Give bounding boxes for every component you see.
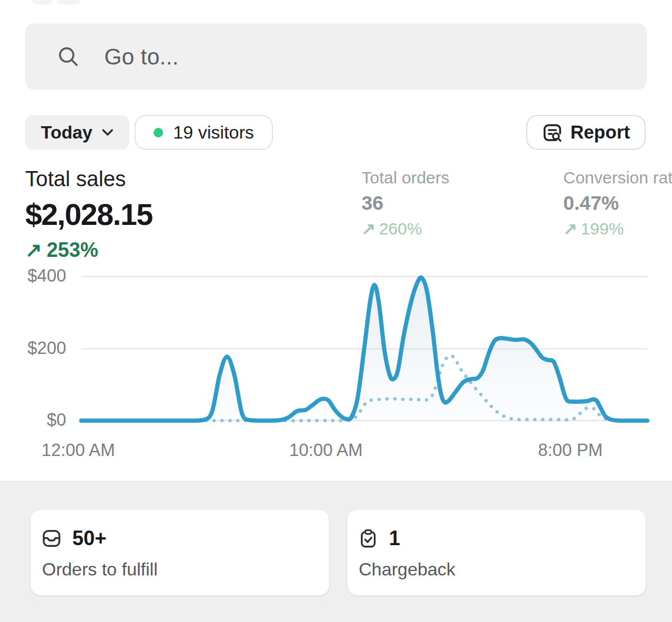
metric-label: Total sales <box>25 167 152 191</box>
date-range-button[interactable]: Today <box>25 115 129 150</box>
metric-label: Total orders <box>362 168 449 187</box>
metric-total-orders[interactable]: Total orders 36 ↗ 260% <box>362 168 449 238</box>
search-placeholder: Go to... <box>104 44 179 70</box>
date-range-label: Today <box>41 122 92 143</box>
clipboard-check-icon <box>359 529 378 548</box>
metric-total-sales[interactable]: Total sales $2,028.15 ↗ 253% <box>25 167 152 262</box>
metric-value: $2,028.15 <box>25 197 152 232</box>
metric-conversion-rate[interactable]: Conversion rate 0.47% ↗ 199% <box>563 168 672 238</box>
metric-delta: ↗ 199% <box>563 219 672 238</box>
metric-delta-value: 199% <box>581 219 624 238</box>
chevron-down-icon <box>101 128 114 136</box>
orders-to-fulfill-card[interactable]: 50+ Orders to fulfill <box>30 509 330 596</box>
chargeback-card[interactable]: 1 Chargeback <box>347 509 646 596</box>
trend-up-arrow-icon: ↗ <box>25 238 42 262</box>
report-icon <box>542 122 563 143</box>
metric-value: 0.47% <box>563 192 672 214</box>
report-label: Report <box>571 122 630 143</box>
metric-delta: ↗ 260% <box>362 219 449 238</box>
bottom-section: 50+ Orders to fulfill 1 Chargeback <box>0 481 672 622</box>
inbox-icon <box>42 529 61 548</box>
visitors-label: 19 visitors <box>173 122 254 143</box>
card-label: Chargeback <box>359 559 630 580</box>
trend-up-arrow-icon: ↗ <box>362 219 376 238</box>
card-value: 50+ <box>72 527 106 550</box>
card-label: Orders to fulfill <box>42 559 313 580</box>
top-cutoff-element <box>33 0 53 4</box>
live-dot-icon <box>154 128 163 137</box>
card-value: 1 <box>389 527 400 550</box>
metric-delta-value: 260% <box>379 219 422 238</box>
trend-up-arrow-icon: ↗ <box>563 219 577 238</box>
metric-value: 36 <box>362 192 449 214</box>
search-bar[interactable]: Go to... <box>25 24 647 90</box>
dashboard-screen: Go to... Today 19 visitors Report Total <box>0 0 672 622</box>
search-icon <box>56 44 81 69</box>
report-button[interactable]: Report <box>526 115 646 150</box>
live-visitors-badge[interactable]: 19 visitors <box>135 115 273 150</box>
metric-delta-value: 253% <box>47 238 98 262</box>
top-cutoff-element <box>57 0 80 4</box>
toolbar: Today 19 visitors Report <box>0 115 672 150</box>
metric-label: Conversion rate <box>563 168 672 187</box>
metric-delta: ↗ 253% <box>25 238 152 262</box>
sales-line-chart[interactable] <box>0 264 672 454</box>
